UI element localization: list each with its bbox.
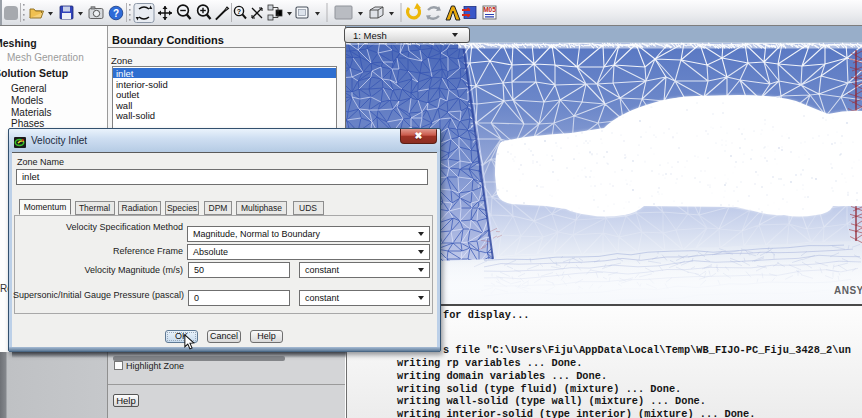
svg-text:?: ?	[113, 8, 119, 19]
svg-text:M05: M05	[483, 6, 496, 13]
svg-text:?: ?	[237, 8, 241, 15]
